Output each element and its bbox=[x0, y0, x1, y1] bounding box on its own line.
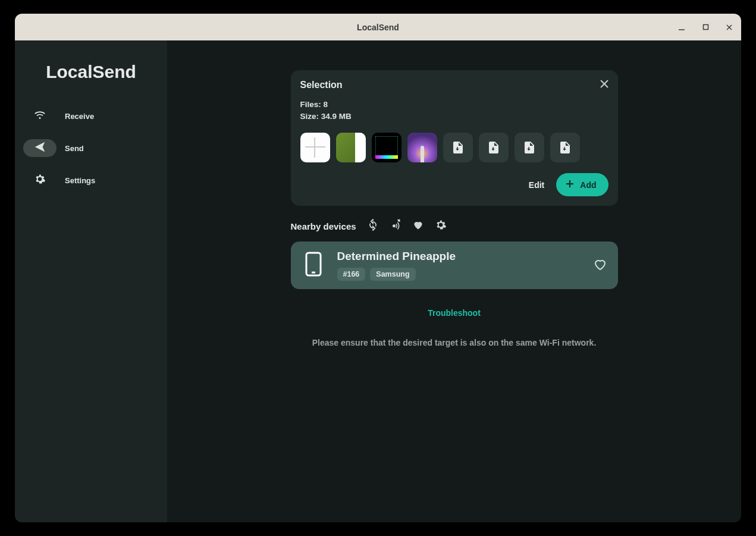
selection-thumbnails bbox=[300, 133, 608, 162]
sidebar: LocalSend Receive Send bbox=[15, 40, 167, 522]
radar-icon[interactable] bbox=[390, 219, 401, 233]
thumbnail[interactable] bbox=[479, 133, 509, 162]
add-files-button[interactable]: Add bbox=[556, 173, 608, 196]
app-window: LocalSend LocalSend Receive bbox=[15, 14, 741, 522]
thumbnail[interactable] bbox=[336, 133, 366, 162]
sidebar-item-label: Settings bbox=[65, 176, 95, 185]
thumbnail[interactable] bbox=[372, 133, 401, 162]
sync-icon[interactable] bbox=[367, 219, 379, 233]
favorite-button[interactable] bbox=[593, 257, 607, 274]
titlebar: LocalSend bbox=[15, 14, 741, 40]
window-title: LocalSend bbox=[357, 23, 399, 32]
sidebar-item-label: Send bbox=[65, 144, 84, 153]
thumbnail[interactable] bbox=[515, 133, 544, 162]
nearby-title: Nearby devices bbox=[291, 221, 356, 231]
thumbnail[interactable] bbox=[443, 133, 473, 162]
sidebar-item-settings[interactable]: Settings bbox=[15, 164, 167, 196]
sidebar-item-receive[interactable]: Receive bbox=[15, 100, 167, 132]
selection-file-count: Files: 8 bbox=[300, 99, 608, 111]
device-card[interactable]: Determined Pineapple #166 Samsung bbox=[291, 242, 618, 289]
device-name: Determined Pineapple bbox=[337, 250, 581, 263]
thumbnail[interactable] bbox=[300, 133, 330, 162]
thumbnail[interactable] bbox=[550, 133, 580, 162]
network-hint: Please ensure that the desired target is… bbox=[291, 338, 618, 347]
send-icon bbox=[33, 140, 46, 156]
device-tag: #166 bbox=[337, 268, 366, 281]
minimize-button[interactable] bbox=[670, 14, 694, 40]
sidebar-item-send[interactable]: Send bbox=[15, 132, 167, 164]
svg-rect-1 bbox=[703, 25, 708, 30]
nearby-header: Nearby devices bbox=[291, 219, 618, 233]
gear-icon bbox=[34, 173, 46, 187]
svg-point-9 bbox=[393, 225, 394, 227]
settings-icon[interactable] bbox=[435, 219, 447, 233]
plus-icon bbox=[564, 178, 575, 191]
device-tag: Samsung bbox=[370, 268, 415, 281]
selection-card: Selection Files: 8 Size: 34.9 MB Edit bbox=[291, 70, 618, 206]
sidebar-item-label: Receive bbox=[65, 112, 94, 121]
add-button-label: Add bbox=[580, 180, 596, 190]
svg-point-4 bbox=[39, 117, 41, 119]
maximize-button[interactable] bbox=[694, 14, 717, 40]
selection-size: Size: 34.9 MB bbox=[300, 111, 608, 123]
troubleshoot-link[interactable]: Troubleshoot bbox=[291, 308, 618, 318]
selection-title: Selection bbox=[300, 80, 608, 90]
app-logo: LocalSend bbox=[15, 56, 167, 100]
main-content: Selection Files: 8 Size: 34.9 MB Edit bbox=[167, 40, 741, 522]
close-selection-button[interactable] bbox=[594, 74, 614, 94]
phone-icon bbox=[305, 251, 322, 280]
window-controls bbox=[670, 14, 741, 40]
thumbnail[interactable] bbox=[407, 133, 437, 162]
wifi-icon bbox=[33, 108, 46, 124]
edit-selection-button[interactable]: Edit bbox=[529, 180, 544, 190]
close-button[interactable] bbox=[717, 14, 741, 40]
heart-icon[interactable] bbox=[412, 219, 424, 233]
